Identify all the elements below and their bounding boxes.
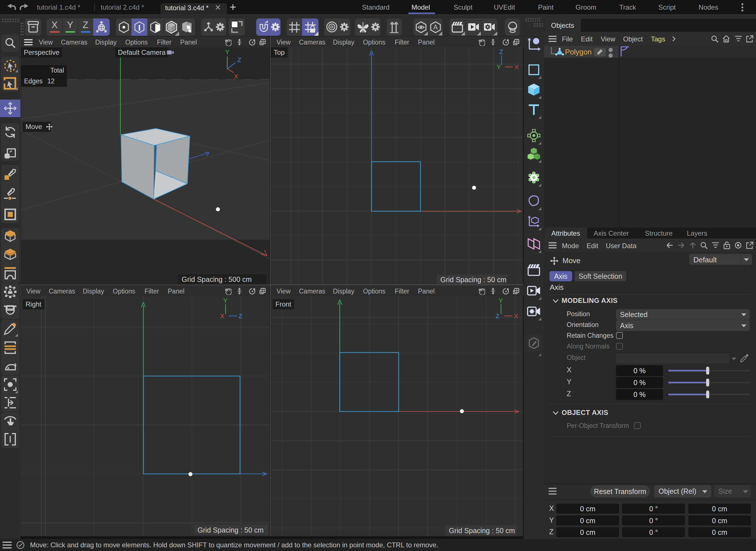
svg-text:Y: Y <box>499 297 503 304</box>
svg-text:Z: Z <box>237 56 241 63</box>
svg-text:X: X <box>514 313 518 320</box>
svg-text:A: A <box>433 24 438 31</box>
svg-text:Y: Y <box>225 48 230 56</box>
svg-text:X: X <box>515 63 519 71</box>
svg-text:Z: Z <box>499 48 503 55</box>
svg-text:Z: Z <box>239 313 242 320</box>
svg-text:Y: Y <box>497 63 501 71</box>
svg-text:Y: Y <box>223 297 228 304</box>
svg-text:Z: Z <box>496 313 499 320</box>
svg-text:X: X <box>220 313 224 320</box>
svg-text:X: X <box>234 73 238 80</box>
